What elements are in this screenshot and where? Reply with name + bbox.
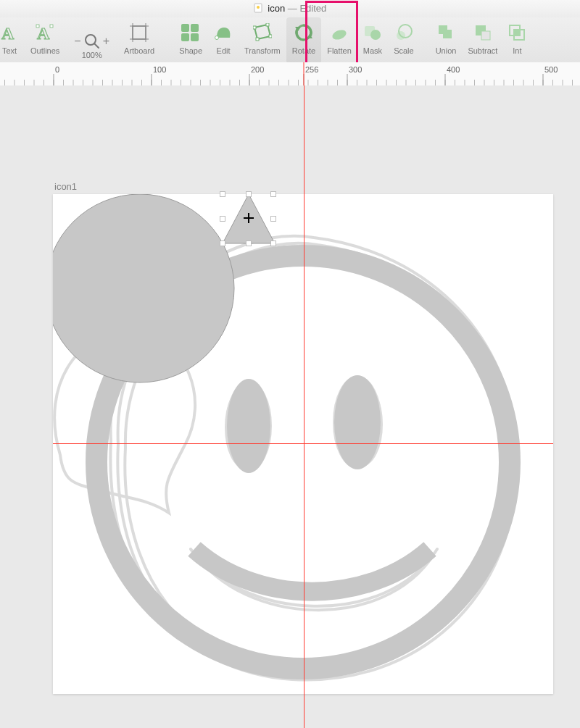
- shape-icon: [181, 20, 201, 45]
- selection-handle[interactable]: [246, 240, 252, 246]
- canvas-area[interactable]: icon1: [0, 85, 580, 728]
- svg-line-7: [94, 43, 99, 48]
- svg-point-17: [215, 36, 219, 40]
- text-icon: A: [0, 20, 19, 45]
- outlines-icon: A: [36, 20, 54, 45]
- svg-rect-20: [269, 35, 272, 38]
- selection-handle[interactable]: [270, 216, 276, 222]
- svg-rect-18: [253, 26, 256, 29]
- svg-marker-110: [223, 194, 275, 243]
- outlines-tool[interactable]: A Outlines: [25, 17, 65, 64]
- artboard-name[interactable]: icon1: [54, 181, 77, 192]
- svg-rect-15: [181, 33, 189, 41]
- intersect-tool[interactable]: Int: [503, 17, 525, 64]
- svg-rect-5: [50, 25, 53, 28]
- horizontal-ruler[interactable]: 0100200256300400500: [0, 62, 580, 86]
- document-status: — Edited: [288, 3, 327, 14]
- selection-handle[interactable]: [246, 191, 252, 197]
- artboard-tool[interactable]: Artboard: [118, 17, 160, 64]
- ruler-label: 0: [55, 65, 59, 74]
- selection-handle[interactable]: [270, 191, 276, 197]
- selection-handle[interactable]: [220, 240, 225, 246]
- svg-rect-14: [191, 24, 199, 32]
- svg-point-26: [370, 30, 381, 40]
- mask-icon: [363, 20, 382, 45]
- scale-tool[interactable]: Scale: [388, 17, 420, 64]
- ruler-label: 100: [153, 65, 166, 74]
- svg-point-1: [257, 6, 260, 9]
- ruler-label: 500: [544, 65, 558, 74]
- edit-icon: [214, 20, 233, 45]
- window-titlebar: icon — Edited: [0, 0, 580, 18]
- scale-icon: [394, 20, 413, 45]
- document-icon: [254, 1, 262, 12]
- flatten-icon: [330, 20, 349, 45]
- subtract-tool[interactable]: Subtract: [462, 17, 503, 64]
- intersect-label: Int: [513, 46, 521, 55]
- zoom-tool[interactable]: − + 100%: [65, 17, 118, 68]
- svg-rect-8: [133, 26, 146, 39]
- rotate-tool[interactable]: Rotate: [286, 17, 321, 64]
- ruler-label: 300: [349, 65, 362, 74]
- union-tool[interactable]: Union: [430, 17, 463, 64]
- selection-handle[interactable]: [270, 240, 276, 246]
- subtract-icon: [473, 20, 492, 45]
- zoom-in-button[interactable]: +: [100, 35, 112, 48]
- ruler-label: 256: [305, 65, 318, 74]
- vertical-guide[interactable]: [304, 85, 304, 728]
- svg-rect-13: [181, 24, 189, 32]
- artboard-icon: [130, 20, 149, 45]
- transform-icon: [253, 20, 272, 45]
- svg-text:A: A: [1, 24, 14, 42]
- rotate-icon: [294, 20, 314, 45]
- selection-handle[interactable]: [220, 216, 225, 222]
- selection-handle[interactable]: [220, 191, 225, 197]
- svg-point-24: [331, 28, 348, 41]
- text-tool[interactable]: A Text: [0, 17, 25, 64]
- svg-rect-19: [266, 23, 269, 26]
- horizontal-guide[interactable]: [53, 443, 553, 444]
- svg-point-107: [227, 379, 270, 473]
- transform-tool[interactable]: Transform: [239, 17, 286, 64]
- ruler-label: 200: [251, 65, 264, 74]
- flatten-tool[interactable]: Flatten: [321, 17, 357, 64]
- edit-tool[interactable]: Edit: [208, 17, 239, 64]
- zoom-level: 100%: [82, 51, 102, 59]
- magnifier-icon: [84, 33, 100, 49]
- svg-rect-30: [481, 31, 490, 40]
- union-icon: [436, 20, 455, 45]
- svg-rect-33: [514, 30, 520, 35]
- document-name: icon: [268, 3, 285, 14]
- mask-tool[interactable]: Mask: [357, 17, 388, 64]
- svg-point-109: [53, 194, 234, 382]
- artboard[interactable]: [53, 194, 553, 694]
- intersect-icon: [509, 20, 525, 45]
- svg-rect-21: [256, 38, 259, 41]
- svg-rect-4: [36, 25, 39, 28]
- artwork: [53, 194, 553, 694]
- svg-point-108: [334, 375, 381, 469]
- ruler-label: 400: [447, 65, 460, 74]
- svg-point-28: [399, 25, 412, 38]
- zoom-out-button[interactable]: −: [71, 35, 83, 48]
- app-window: icon — Edited A Text A Outlines: [0, 0, 580, 728]
- toolbar: A Text A Outlines −: [0, 17, 580, 63]
- shape-tool[interactable]: Shape: [173, 17, 208, 64]
- svg-rect-16: [191, 33, 199, 41]
